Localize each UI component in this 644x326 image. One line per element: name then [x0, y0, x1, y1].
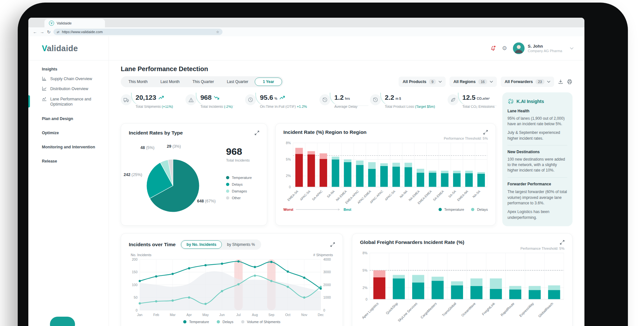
browser-tab-strip: V Validaide: [28, 18, 584, 27]
forward-icon[interactable]: [40, 30, 44, 34]
back-icon[interactable]: [33, 30, 37, 34]
kpi-total-shipments: 20,123 Total Shipments (+11%): [121, 94, 173, 117]
all-forwarders-filter[interactable]: All Forwarders 23: [501, 77, 554, 87]
total-incidents-value: 968: [226, 146, 242, 157]
time-filter-1-year[interactable]: 1 Year: [255, 78, 282, 86]
kpi-unit: m $: [395, 97, 401, 100]
sidebar-item-distribution-overview[interactable]: Distribution Overview: [42, 86, 104, 91]
bookmark-star-icon[interactable]: [216, 30, 219, 34]
kpi-unit: hrs: [345, 97, 350, 100]
divider: [507, 177, 567, 178]
all-products-filter[interactable]: All Products 9: [399, 77, 446, 87]
svg-text:1000: 1000: [323, 295, 331, 299]
expand-icon[interactable]: [483, 130, 488, 135]
legend-label: Damages: [232, 189, 247, 193]
legend-dot: [226, 183, 229, 186]
time-filter-last-quarter[interactable]: Last Quarter: [220, 78, 255, 86]
svg-text:SA-SA: SA-SA: [448, 189, 457, 198]
legend-dot: [226, 196, 229, 200]
chevron-down-icon[interactable]: [570, 47, 573, 50]
user-profile[interactable]: S. John Company AG Pharma: [513, 42, 573, 54]
insight-heading: Lane Health: [507, 108, 567, 114]
sidebar-group-optimize[interactable]: Optimize: [42, 131, 104, 135]
address-bar[interactable]: https://www.validaide.com: [53, 29, 223, 35]
insight-text: July & September experienced higher inci…: [507, 130, 567, 141]
sidebar-item-lane-performance[interactable]: Lane Performance and Optimization: [42, 97, 104, 107]
kpi-unit: %: [274, 97, 277, 100]
warning-icon: [185, 94, 196, 105]
notification-bell-icon[interactable]: [490, 45, 496, 51]
svg-text:0: 0: [365, 297, 367, 301]
time-filter-last-month[interactable]: Last Month: [154, 78, 186, 86]
legend-dot: [226, 190, 229, 193]
print-icon[interactable]: [567, 79, 572, 84]
legend-dot: [217, 320, 220, 323]
expand-icon[interactable]: [330, 242, 335, 247]
reload-icon[interactable]: [47, 30, 51, 34]
insight-text: Apex Logistics has been underperforming.: [507, 209, 567, 220]
pie-value-label: 29 (3%): [167, 144, 181, 149]
time-filter-this-quarter[interactable]: This Quarter: [186, 78, 221, 86]
validaide-logo: Validaide: [42, 44, 78, 53]
card-title: Incident Rate (%) Region to Region: [283, 129, 366, 135]
page-title: Lane Performance Detection: [121, 65, 572, 73]
dashboard-right-column: K.AI Insights Lane Health 95% of lanes (…: [502, 92, 573, 326]
insight-heading: New Destinations: [507, 149, 567, 155]
sidebar-item-supply-chain-overview[interactable]: Supply Chain Overview: [42, 76, 104, 81]
sidebar-group-release[interactable]: Release: [42, 159, 104, 163]
worst-best-arrow: [296, 208, 341, 211]
header-actions: S. John Company AG Pharma: [490, 42, 584, 54]
svg-text:0: 0: [136, 308, 137, 312]
svg-text:8%: 8%: [363, 251, 367, 255]
svg-text:Dec: Dec: [318, 313, 324, 317]
sidebar-group-monitoring[interactable]: Monitoring and Intervention: [42, 145, 104, 149]
controls-row: This Month Last Month This Quarter Last …: [121, 76, 572, 87]
svg-text:EMEA-NA: EMEA-NA: [456, 189, 469, 202]
kpi-value: 95.6: [260, 94, 273, 101]
logo-zone: Validaide: [28, 36, 109, 60]
legend-dot: [439, 208, 442, 211]
svg-text:5%: 5%: [363, 268, 367, 272]
app-header: Validaide: [28, 36, 584, 61]
download-icon[interactable]: [558, 79, 563, 84]
sidebar-group-plan-and-design[interactable]: Plan and Design: [42, 116, 104, 121]
time-filter-this-month[interactable]: This Month: [122, 78, 154, 86]
svg-text:Nov: Nov: [301, 313, 308, 317]
browser-tab[interactable]: V Validaide: [44, 19, 105, 27]
chevron-down-icon: [547, 81, 550, 83]
incidents-over-time-card: Incidents over Time by No. Incidents by …: [121, 233, 343, 326]
bar-chart-icon: [42, 76, 47, 81]
svg-text:APAC-SA: APAC-SA: [384, 189, 396, 201]
svg-text:2%: 2%: [286, 174, 291, 178]
svg-text:TransGlobal: TransGlobal: [441, 302, 457, 317]
svg-text:May: May: [202, 313, 209, 317]
svg-text:5%: 5%: [286, 157, 291, 161]
pie-legend: Temperature Delays Damages Other: [226, 176, 252, 200]
total-incidents-label: Total Incidents: [226, 158, 250, 162]
expand-icon[interactable]: [255, 131, 259, 135]
filter-label: All Regions: [453, 79, 476, 84]
toggle-by-shipments[interactable]: by Shipments %: [222, 240, 260, 249]
svg-text:CargoMasters: CargoMasters: [420, 302, 437, 319]
filter-label: All Forwarders: [505, 79, 533, 84]
filter-count-badge: 9: [429, 79, 436, 84]
svg-text:100: 100: [132, 283, 137, 287]
line-chart-icon: [42, 86, 47, 91]
toggle-by-no-incidents[interactable]: by No. Incidents: [181, 240, 222, 249]
svg-text:NA-EMEA: NA-EMEA: [335, 189, 348, 202]
legend-label: Delays: [232, 182, 243, 186]
kpi-value: 20,123: [136, 94, 156, 101]
svg-text:NA-NA: NA-NA: [399, 189, 408, 199]
url-text: https://www.validaide.com: [62, 30, 103, 34]
svg-text:50: 50: [134, 295, 137, 299]
settings-gear-icon[interactable]: [502, 45, 507, 52]
all-regions-filter[interactable]: All Regions 16: [450, 77, 497, 87]
pie-value-label: 242 (25%): [124, 172, 142, 177]
legend: Temperature Delays: [439, 208, 488, 211]
user-company: Company AG Pharma: [528, 49, 562, 53]
kpi-otif: 95.6 % On-Time In-Full (OTIF) +1.2%: [245, 94, 307, 117]
legend-label: Temperature: [189, 320, 209, 324]
legend-label: Temperature: [232, 176, 252, 180]
axis-captions: No. Incidents # Shipments: [129, 253, 335, 257]
chat-button[interactable]: [50, 317, 75, 326]
